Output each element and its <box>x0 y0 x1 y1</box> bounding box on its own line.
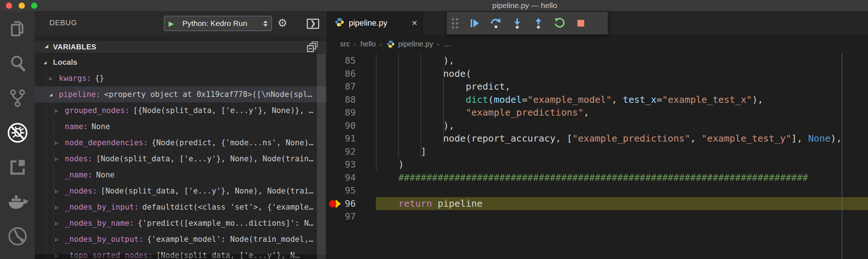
variable-row-name[interactable]: name:None <box>35 119 327 135</box>
gutter[interactable]: 90 <box>327 119 376 132</box>
code-line-content[interactable]: ), <box>376 54 868 67</box>
gear-icon[interactable]: ⚙ <box>278 16 287 29</box>
twistie-icon[interactable]: ◢ <box>49 91 59 97</box>
line-number: 96 <box>345 197 356 210</box>
code-line-content[interactable]: predict, <box>376 80 868 93</box>
breakpoint-current-line-icon[interactable] <box>329 199 341 208</box>
gutter[interactable]: 92 <box>327 145 376 158</box>
start-debugging-icon[interactable]: ▶ <box>169 19 174 28</box>
line-number: 90 <box>345 119 356 132</box>
gutter[interactable]: 96 <box>327 197 376 210</box>
code-line-content[interactable]: ), <box>376 119 868 132</box>
section-twistie-icon[interactable]: ◢ <box>45 43 48 49</box>
gutter[interactable]: 85 <box>327 54 376 67</box>
tab-pipeline-py[interactable]: pipeline.py ✕ <box>327 11 423 35</box>
debug-no-bug-icon <box>7 122 28 143</box>
toolbar-drag-handle-icon[interactable] <box>452 18 458 29</box>
dropdown-divider <box>178 19 178 28</box>
variable-row-kwargs[interactable]: ▷kwargs:{} <box>35 70 327 86</box>
launch-config-dropdown[interactable]: ▶ Python: Kedro Run <box>164 16 272 31</box>
code-line-content[interactable]: ) <box>376 158 868 171</box>
sidebar-item-docker[interactable] <box>0 185 35 219</box>
gutter[interactable]: 89 <box>327 106 376 119</box>
sidebar-item-extensions[interactable] <box>0 150 35 185</box>
code-line-86: 86 node( <box>327 67 868 80</box>
gutter[interactable]: 95 <box>327 184 376 197</box>
collapse-all-icon[interactable] <box>306 41 318 55</box>
code-lines: 85 ),86 node(87 predict,88 dict(model="e… <box>327 54 868 223</box>
twistie-icon[interactable]: ▷ <box>55 204 65 210</box>
variable-row-_nodes_by_name[interactable]: ▷_nodes_by_name:{'predict([example_mo...… <box>35 215 327 231</box>
sidebar-scrollbar[interactable] <box>317 53 326 259</box>
minimize-window-icon[interactable] <box>19 3 25 9</box>
variable-name: _name: <box>65 170 93 179</box>
variable-row-grouped_nodes[interactable]: ▷grouped_nodes:[{Node(split_data, ['e...… <box>35 102 327 119</box>
step-out-button[interactable] <box>528 15 549 32</box>
config-stepper-icon[interactable] <box>263 20 268 27</box>
twistie-icon[interactable]: ▷ <box>55 188 65 194</box>
breadcrumb-item-hello[interactable]: hello <box>361 40 376 48</box>
restart-button[interactable] <box>549 15 570 32</box>
twistie-icon[interactable]: ▷ <box>55 220 65 226</box>
code-editor[interactable]: 85 ),86 node(87 predict,88 dict(model="e… <box>327 53 868 259</box>
variable-name: node_dependencies: <box>65 138 148 147</box>
stop-button[interactable] <box>570 15 591 32</box>
code-line-content[interactable]: node( <box>376 67 868 80</box>
gutter[interactable]: 94 <box>327 171 376 184</box>
code-line-content[interactable]: node(report_accuracy, ["example_predicti… <box>376 132 868 145</box>
sidebar-item-explorer[interactable] <box>0 11 35 46</box>
step-over-button[interactable] <box>485 15 506 32</box>
variable-row-pipeline[interactable]: ◢pipeline:<property object at 0x119caf77… <box>35 86 327 102</box>
gutter[interactable]: 97 <box>327 210 376 223</box>
code-line-92: 92 ] <box>327 145 868 158</box>
close-window-icon[interactable] <box>6 3 12 9</box>
twistie-icon[interactable]: ▷ <box>55 236 65 242</box>
code-line-content[interactable] <box>376 184 868 197</box>
breadcrumb-item-src[interactable]: src <box>340 40 350 48</box>
variable-row-_nodes_by_input[interactable]: ▷_nodes_by_input:defaultdict(<class 'set… <box>35 199 327 215</box>
variable-row-_name[interactable]: _name:None <box>35 167 327 183</box>
code-line-content[interactable]: dict(model="example_model", test_x="exam… <box>376 93 868 106</box>
debug-sidebar-header: DEBUG ▶ Python: Kedro Run ⚙ ❯ <box>35 11 327 37</box>
variable-value: None <box>96 170 115 179</box>
line-number: 85 <box>345 54 356 67</box>
scope-row-locals[interactable]: ◢Locals <box>35 54 327 70</box>
close-tab-icon[interactable]: ✕ <box>411 19 418 27</box>
sidebar-item-search[interactable] <box>0 46 35 80</box>
twistie-icon[interactable]: ▷ <box>55 108 65 113</box>
twistie-icon[interactable]: ▷ <box>55 156 65 162</box>
variable-row-_nodes[interactable]: ▷_nodes:[Node(split_data, ['e...y'}, Non… <box>35 183 327 199</box>
gutter[interactable]: 87 <box>327 80 376 93</box>
code-line-content[interactable]: ] <box>376 145 868 158</box>
code-line-content[interactable]: return pipeline <box>376 197 868 210</box>
sidebar-item-debug[interactable] <box>0 115 35 150</box>
debug-console-icon[interactable]: ❯ <box>307 19 319 29</box>
twistie-icon[interactable]: ◢ <box>44 59 53 65</box>
breadcrumb-item-pipeline.py[interactable]: pipeline.py <box>398 40 433 48</box>
code-line-content[interactable]: "example_predictions", <box>376 106 868 119</box>
continue-button[interactable] <box>464 15 485 32</box>
variable-name: nodes: <box>65 154 93 163</box>
step-into-button[interactable] <box>506 15 528 32</box>
twistie-icon[interactable]: ▷ <box>55 140 65 146</box>
line-number: 86 <box>345 67 356 80</box>
gutter[interactable]: 93 <box>327 158 376 171</box>
variable-name: _nodes: <box>65 187 97 195</box>
sidebar-item-source-control[interactable] <box>0 80 35 115</box>
variable-row-node_dependencies[interactable]: ▷node_dependencies:{Node(predict, {'mode… <box>35 135 327 151</box>
gutter[interactable]: 88 <box>327 93 376 106</box>
code-line-content[interactable] <box>376 210 868 223</box>
sidebar-item-gitlens[interactable] <box>0 219 35 254</box>
gutter[interactable]: 86 <box>327 67 376 80</box>
variable-value: {} <box>95 74 104 83</box>
line-number: 91 <box>345 132 356 145</box>
tab-bar: pipeline.py ✕ <box>327 11 868 35</box>
variable-row-_nodes_by_output[interactable]: ▷_nodes_by_output:{'example_model': Node… <box>35 231 327 247</box>
variable-row-nodes[interactable]: ▷nodes:[Node(split_data, ['e...y'}, None… <box>35 151 327 167</box>
code-line-content[interactable]: ########################################… <box>376 171 868 184</box>
zoom-window-icon[interactable] <box>31 3 37 9</box>
twistie-icon[interactable]: ▷ <box>49 75 59 81</box>
breadcrumb-item-[interactable]: … <box>444 40 451 48</box>
gutter[interactable]: 91 <box>327 132 376 145</box>
variables-section-header[interactable]: ◢ VARIABLES <box>35 40 327 53</box>
